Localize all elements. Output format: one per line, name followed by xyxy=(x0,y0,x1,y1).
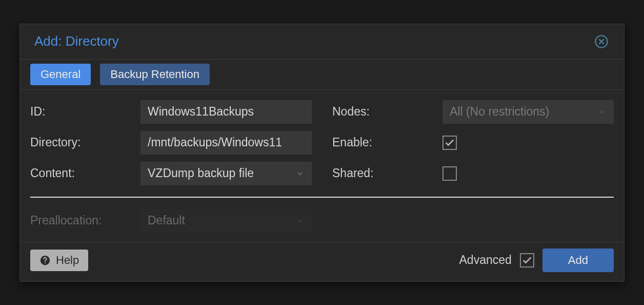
id-label: ID: xyxy=(30,105,140,119)
tabs-bar: General Backup Retention xyxy=(20,59,624,90)
row-content: Content: VZDump backup file xyxy=(30,162,312,185)
nodes-label: Nodes: xyxy=(332,105,442,119)
chevron-down-icon xyxy=(295,216,305,225)
preallocation-value: Default xyxy=(148,214,185,227)
divider xyxy=(30,197,614,198)
dialog-title: Add: Directory xyxy=(34,33,119,49)
dialog-footer: Help Advanced Add xyxy=(20,242,624,281)
row-preallocation: Preallocation: Default xyxy=(30,209,312,233)
check-icon xyxy=(444,137,455,148)
nodes-value: All (No restrictions) xyxy=(450,105,549,119)
enable-label: Enable: xyxy=(332,136,442,149)
chevron-down-icon xyxy=(597,107,607,117)
add-directory-dialog: Add: Directory General Backup Retention … xyxy=(19,24,625,282)
content-value: VZDump backup file xyxy=(148,166,254,180)
tab-general[interactable]: General xyxy=(30,64,91,85)
close-icon xyxy=(594,34,609,49)
form-grid: ID: Nodes: All (No restrictions) Directo… xyxy=(30,100,614,185)
row-nodes: Nodes: All (No restrictions) xyxy=(332,100,614,124)
preallocation-label: Preallocation: xyxy=(30,214,140,227)
check-icon xyxy=(521,255,533,266)
content-label: Content: xyxy=(30,166,140,180)
id-input[interactable] xyxy=(140,100,312,124)
row-id: ID: xyxy=(30,100,312,124)
directory-input[interactable] xyxy=(140,131,312,155)
dialog-header: Add: Directory xyxy=(20,24,624,59)
shared-checkbox[interactable] xyxy=(442,166,457,181)
add-button[interactable]: Add xyxy=(542,249,614,272)
svg-point-4 xyxy=(45,262,46,263)
question-circle-icon xyxy=(39,255,51,266)
close-button[interactable] xyxy=(593,33,610,50)
help-button[interactable]: Help xyxy=(30,250,88,271)
advanced-label: Advanced xyxy=(459,253,512,267)
row-directory: Directory: xyxy=(30,131,312,155)
content-select[interactable]: VZDump backup file xyxy=(140,162,312,185)
row-shared: Shared: xyxy=(332,162,614,185)
form-body: ID: Nodes: All (No restrictions) Directo… xyxy=(20,90,624,242)
advanced-checkbox[interactable] xyxy=(520,253,534,268)
row-enable: Enable: xyxy=(332,131,614,155)
nodes-select[interactable]: All (No restrictions) xyxy=(442,100,614,124)
directory-label: Directory: xyxy=(30,136,140,149)
footer-right: Advanced Add xyxy=(459,249,614,272)
shared-label: Shared: xyxy=(332,166,442,180)
help-label: Help xyxy=(56,254,79,267)
preallocation-select[interactable]: Default xyxy=(140,209,312,233)
chevron-down-icon xyxy=(295,169,305,178)
enable-checkbox[interactable] xyxy=(442,136,457,150)
form-grid-advanced: Preallocation: Default xyxy=(30,209,614,233)
tab-backup-retention[interactable]: Backup Retention xyxy=(100,64,210,85)
